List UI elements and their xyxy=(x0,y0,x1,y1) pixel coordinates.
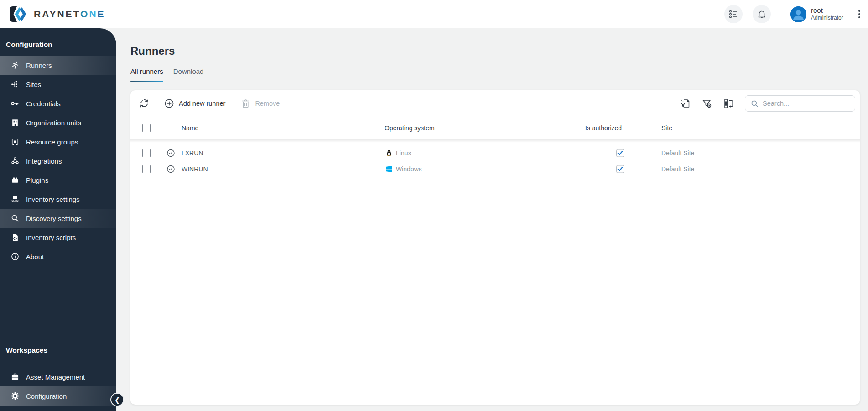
row-checkbox[interactable] xyxy=(142,165,151,173)
top-bar: RAYNETONE root Administrator xyxy=(0,0,868,28)
bell-icon xyxy=(757,9,767,19)
workspace-item-asset-management[interactable]: Asset Management xyxy=(0,367,116,386)
is-authorized-checkbox[interactable] xyxy=(616,165,624,173)
briefcase-icon xyxy=(10,372,20,381)
sidebar-item-plugins[interactable]: Plugins xyxy=(0,170,116,190)
clear-filter-button[interactable] xyxy=(701,98,713,109)
sidebar-item-label: Plugins xyxy=(26,176,48,184)
sidebar-item-label: Discovery settings xyxy=(26,215,82,222)
sidebar: Configuration Runners Sites Credentials xyxy=(0,28,116,411)
sidebar-item-credentials[interactable]: Credentials xyxy=(0,94,116,113)
logo-icon xyxy=(8,5,29,23)
runner-icon xyxy=(10,61,20,70)
workspace-item-configuration[interactable]: Configuration xyxy=(0,386,116,406)
sidebar-item-integrations[interactable]: Integrations xyxy=(0,151,116,170)
is-authorized-checkbox[interactable] xyxy=(616,149,624,157)
row-checkbox[interactable] xyxy=(142,149,151,157)
avatar[interactable] xyxy=(790,6,806,22)
key-icon xyxy=(10,99,20,108)
integrations-icon xyxy=(10,156,20,165)
main-area: Runners All runners Download Add xyxy=(116,28,868,411)
search-input[interactable] xyxy=(763,100,847,107)
sites-icon xyxy=(10,80,20,89)
task-list-icon xyxy=(728,9,738,19)
inventory-settings-icon xyxy=(10,195,20,204)
tab-download[interactable]: Download xyxy=(173,67,204,81)
add-new-runner-button[interactable]: Add new runner xyxy=(164,98,225,109)
refresh-icon xyxy=(139,98,150,109)
sidebar-item-label: Organization units xyxy=(26,119,81,127)
refresh-button[interactable] xyxy=(139,98,150,109)
sidebar-item-label: Resource groups xyxy=(26,138,78,146)
plugin-icon xyxy=(10,175,20,185)
column-header-site[interactable]: Site xyxy=(661,124,672,132)
magnifier-icon xyxy=(10,214,20,223)
remove-button[interactable]: Remove xyxy=(240,98,280,109)
column-header-operating-system[interactable]: Operating system xyxy=(385,124,435,132)
trash-icon xyxy=(240,98,251,109)
choose-columns-icon xyxy=(723,98,735,109)
toolbar-separator xyxy=(156,97,156,110)
sidebar-item-label: Sites xyxy=(26,81,41,88)
check-icon xyxy=(617,166,623,172)
resource-groups-icon xyxy=(10,137,20,146)
tab-all-runners[interactable]: All runners xyxy=(130,67,163,81)
sidebar-item-discovery-settings[interactable]: Discovery settings xyxy=(0,209,116,228)
sidebar-item-runners[interactable]: Runners xyxy=(0,56,116,75)
workspaces-title: Workspaces xyxy=(6,346,116,355)
notifications-button[interactable] xyxy=(753,5,771,23)
sidebar-item-inventory-scripts[interactable]: Inventory scripts xyxy=(0,228,116,247)
runner-name: LXRUN xyxy=(182,149,203,157)
logo-wordmark: RAYNETONE xyxy=(34,9,105,20)
workspace-item-label: Asset Management xyxy=(26,373,85,381)
user-menu[interactable]: root Administrator xyxy=(811,6,843,21)
sidebar-item-label: About xyxy=(26,253,44,261)
check-icon xyxy=(617,150,623,156)
toolbar: Add new runner Remove xyxy=(130,90,860,117)
toolbar-separator xyxy=(233,97,233,110)
page-title: Runners xyxy=(130,45,175,57)
table-header: Name Operating system Is authorized Site xyxy=(130,117,860,139)
sidebar-item-label: Runners xyxy=(26,62,52,69)
export-filter-icon xyxy=(679,98,691,109)
app-logo[interactable]: RAYNETONE xyxy=(8,5,105,23)
sidebar-item-inventory-settings[interactable]: Inventory settings xyxy=(0,190,116,209)
sidebar-item-label: Integrations xyxy=(26,157,62,165)
site-label: Default Site xyxy=(661,165,694,173)
user-role: Administrator xyxy=(811,15,843,21)
runners-panel: Add new runner Remove xyxy=(130,90,860,405)
sidebar-item-label: Credentials xyxy=(26,100,61,108)
sidebar-item-label: Inventory settings xyxy=(26,195,80,203)
runner-name: WINRUN xyxy=(182,165,208,173)
sidebar-item-organization-units[interactable]: Organization units xyxy=(0,113,116,132)
choose-columns-button[interactable] xyxy=(723,98,735,109)
overflow-menu-button[interactable] xyxy=(854,8,865,21)
tab-bar: All runners Download xyxy=(130,67,213,81)
linux-icon xyxy=(385,149,393,157)
toolbar-separator xyxy=(288,97,288,110)
search-icon xyxy=(750,99,759,108)
gear-icon xyxy=(10,391,20,401)
select-all-checkbox[interactable] xyxy=(142,124,151,132)
sidebar-item-resource-groups[interactable]: Resource groups xyxy=(0,132,116,151)
workspace-item-label: Configuration xyxy=(26,392,67,400)
table-row[interactable]: WINRUN Windows Default Site xyxy=(130,161,860,177)
column-header-name[interactable]: Name xyxy=(182,124,198,132)
sidebar-collapse-button[interactable]: ❮ xyxy=(110,393,124,406)
search-container xyxy=(745,95,855,112)
os-label: Linux xyxy=(396,149,411,157)
sidebar-item-sites[interactable]: Sites xyxy=(0,75,116,94)
clear-filter-icon xyxy=(701,98,713,109)
sidebar-section-title: Configuration xyxy=(6,40,116,49)
sidebar-item-about[interactable]: About xyxy=(0,247,116,266)
user-name: root xyxy=(811,6,843,15)
column-header-is-authorized[interactable]: Is authorized xyxy=(585,124,622,132)
sidebar-item-label: Inventory scripts xyxy=(26,234,76,241)
script-icon xyxy=(10,233,20,242)
os-label: Windows xyxy=(396,165,422,173)
windows-icon xyxy=(385,165,393,173)
status-ok-icon xyxy=(166,148,176,158)
task-list-button[interactable] xyxy=(724,5,743,23)
table-row[interactable]: LXRUN Linux Default Site xyxy=(130,145,860,161)
export-filter-button[interactable] xyxy=(679,98,691,109)
